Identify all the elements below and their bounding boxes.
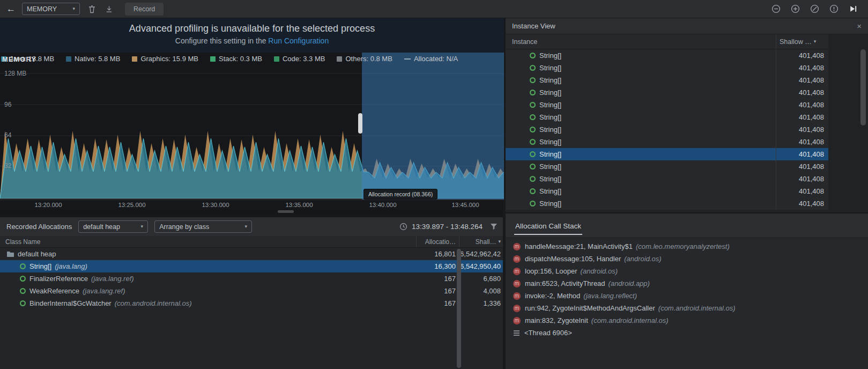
method-icon: m xyxy=(513,280,521,287)
y-tick: 96 xyxy=(4,101,11,108)
y-tick: 64 xyxy=(4,131,11,139)
record-button[interactable]: Record xyxy=(125,3,164,16)
instance-row[interactable]: String[]401,408 xyxy=(506,74,828,86)
x-tick: 13:25.000 xyxy=(108,202,156,208)
class-icon xyxy=(529,52,536,59)
stack-frame-row[interactable]: <Thread 6906> xyxy=(506,327,868,339)
class-icon xyxy=(529,101,536,108)
zoom-out-button[interactable] xyxy=(770,4,781,14)
class-icon xyxy=(529,151,536,158)
instance-table-header: Instance Shallow …▾ xyxy=(506,34,828,49)
method-icon: m xyxy=(513,255,521,263)
clock-icon xyxy=(399,223,407,231)
allocation-row[interactable]: String[] (java.lang) 16,300 6,542,950,40 xyxy=(0,260,504,272)
class-icon xyxy=(529,188,536,195)
skip-to-end-button[interactable] xyxy=(848,4,858,14)
plus-circle-icon xyxy=(791,4,800,13)
instance-row[interactable]: String[]401,408 xyxy=(506,136,828,148)
instance-view-header: Instance View × xyxy=(506,18,868,34)
allocation-row[interactable]: FinalizerReference (java.lang.ref) 167 6… xyxy=(0,272,504,285)
stack-frame-row[interactable]: mmain:832, ZygoteInit(com.android.intern… xyxy=(506,314,868,327)
allocations-column-header[interactable]: Allocatio… xyxy=(416,236,459,247)
instance-scrollbar-thumb[interactable] xyxy=(860,49,866,126)
instance-row[interactable]: String[]401,408 xyxy=(506,197,828,210)
others-swatch-icon xyxy=(337,56,342,62)
instance-row[interactable]: String[]401,408 xyxy=(506,99,828,111)
main-toolbar: ← MEMORY ▾ Record xyxy=(0,0,868,18)
close-icon[interactable]: × xyxy=(857,21,862,31)
class-icon xyxy=(529,175,536,182)
timeline-selection[interactable] xyxy=(362,51,504,200)
banner-title: Advanced profiling is unavailable for th… xyxy=(0,18,504,34)
stack-frame-row[interactable]: mhandleMessage:21, MainActivity$1(com.le… xyxy=(506,240,868,253)
allocated-dashed-icon xyxy=(404,58,411,60)
instance-column-header[interactable]: Instance xyxy=(506,38,776,46)
thread-icon xyxy=(513,330,520,336)
arrange-selector-dropdown[interactable]: Arrange by class ▾ xyxy=(154,220,252,233)
instance-row[interactable]: String[]401,408 xyxy=(506,111,828,123)
method-icon: m xyxy=(513,305,521,312)
x-axis-line xyxy=(0,200,504,200)
run-configuration-link[interactable]: Run Configuration xyxy=(268,36,329,45)
stack-frame-row[interactable]: minvoke:-2, Method(java.lang.reflect) xyxy=(506,290,868,302)
instance-row[interactable]: String[]401,408 xyxy=(506,148,828,160)
class-icon xyxy=(529,64,536,71)
x-tick: 13:35.000 xyxy=(275,202,323,208)
exclamation-circle-icon xyxy=(829,4,839,13)
instance-row[interactable]: String[]401,408 xyxy=(506,173,828,185)
selection-time-range: 13:39.897 - 13:48.264 xyxy=(412,223,483,231)
class-icon xyxy=(529,138,536,145)
trash-icon xyxy=(88,5,96,13)
sort-desc-icon: ▾ xyxy=(498,239,501,244)
process-selector-dropdown[interactable]: MEMORY ▾ xyxy=(22,3,80,15)
shallow-column-header[interactable]: Shallow …▾ xyxy=(776,34,828,49)
class-icon xyxy=(19,300,26,307)
allocation-row[interactable]: BinderInternal$GcWatcher (com.android.in… xyxy=(0,297,504,309)
x-tick: 13:30.000 xyxy=(191,202,240,208)
allocation-row[interactable]: default heap 16,801 6,542,962,42 xyxy=(0,248,504,260)
class-name-column-header[interactable]: Class Name xyxy=(0,238,416,246)
attention-button[interactable] xyxy=(828,4,839,14)
instance-row[interactable]: String[]401,408 xyxy=(506,185,828,197)
instance-row[interactable]: String[]401,408 xyxy=(506,49,828,62)
tab-allocation-call-stack[interactable]: Allocation Call Stack xyxy=(514,217,582,235)
instance-panel: Instance View × Instance Shallow …▾ Stri… xyxy=(506,18,868,369)
x-tick: 13:40.000 xyxy=(359,202,407,208)
back-button[interactable]: ← xyxy=(6,4,16,14)
chevron-down-icon: ▾ xyxy=(72,6,75,11)
stack-swatch-icon xyxy=(210,56,216,62)
export-capture-button[interactable] xyxy=(103,4,114,14)
stack-frame-row[interactable]: mdispatchMessage:105, Handler(android.os… xyxy=(506,253,868,265)
class-icon xyxy=(19,263,26,270)
legend-item-native: Native: 5.8 MB xyxy=(66,55,120,63)
stack-frame-row[interactable]: mmain:6523, ActivityThread(android.app) xyxy=(506,277,868,290)
selection-left-handle[interactable] xyxy=(358,113,362,134)
method-icon: m xyxy=(513,317,521,324)
stack-frame-row[interactable]: mloop:156, Looper(android.os) xyxy=(506,265,868,277)
instance-row[interactable]: String[]401,408 xyxy=(506,62,828,74)
class-icon xyxy=(529,200,536,207)
shallow-size-column-header[interactable]: Shall…▾ xyxy=(459,236,504,247)
garbage-collect-button[interactable] xyxy=(86,4,97,14)
folder-icon xyxy=(6,250,14,257)
instance-row[interactable]: String[]401,408 xyxy=(506,123,828,136)
class-icon xyxy=(529,163,536,170)
call-stack-list: mhandleMessage:21, MainActivity$1(com.le… xyxy=(506,238,868,339)
stack-frame-row[interactable]: mrun:942, ZygoteInit$MethodAndArgsCaller… xyxy=(506,302,868,314)
filter-icon[interactable] xyxy=(490,223,498,230)
chevron-down-icon: ▾ xyxy=(141,224,144,229)
instance-row[interactable]: String[]401,408 xyxy=(506,160,828,173)
class-icon xyxy=(19,275,26,282)
timeline-scrollbar-thumb[interactable] xyxy=(278,210,294,213)
reset-zoom-button[interactable] xyxy=(809,4,820,14)
class-icon xyxy=(529,114,536,121)
instance-row[interactable]: String[]401,408 xyxy=(506,86,828,99)
allocations-scrollbar[interactable] xyxy=(457,249,461,368)
allocation-row[interactable]: WeakReference (java.lang.ref) 167 4,008 xyxy=(0,285,504,297)
instance-list: String[]401,408 String[]401,408 String[]… xyxy=(506,49,828,210)
zoom-in-button[interactable] xyxy=(790,4,800,14)
heap-selector-dropdown[interactable]: default heap ▾ xyxy=(78,220,148,233)
toolbar-zoom-controls xyxy=(770,4,858,14)
process-selector-value: MEMORY xyxy=(27,5,57,13)
sort-desc-icon: ▾ xyxy=(814,39,817,44)
